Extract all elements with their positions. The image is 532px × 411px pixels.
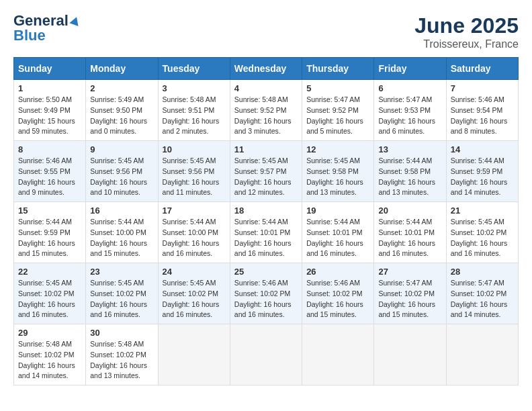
column-header-friday: Friday	[374, 58, 446, 80]
day-cell-11: 11Sunrise: 5:45 AMSunset: 9:57 PMDayligh…	[230, 141, 302, 202]
day-cell-13: 13Sunrise: 5:44 AMSunset: 9:58 PMDayligh…	[374, 141, 446, 202]
day-cell-4: 4Sunrise: 5:48 AMSunset: 9:52 PMDaylight…	[230, 80, 302, 141]
day-cell-6: 6Sunrise: 5:47 AMSunset: 9:53 PMDaylight…	[374, 80, 446, 141]
day-cell-18: 18Sunrise: 5:44 AMSunset: 10:01 PMDaylig…	[230, 202, 302, 263]
day-cell-16: 16Sunrise: 5:44 AMSunset: 10:00 PMDaylig…	[86, 202, 158, 263]
calendar-week-5: 29Sunrise: 5:48 AMSunset: 10:02 PMDaylig…	[14, 324, 519, 385]
day-number: 26	[306, 267, 369, 277]
day-cell-26: 26Sunrise: 5:46 AMSunset: 10:02 PMDaylig…	[302, 263, 374, 324]
day-cell-3: 3Sunrise: 5:48 AMSunset: 9:51 PMDaylight…	[158, 80, 230, 141]
day-number: 25	[234, 267, 298, 277]
day-cell-5: 5Sunrise: 5:47 AMSunset: 9:52 PMDaylight…	[302, 80, 374, 141]
day-info: Sunrise: 5:46 AMSunset: 9:55 PMDaylight:…	[18, 156, 81, 198]
column-header-tuesday: Tuesday	[158, 58, 230, 80]
day-info: Sunrise: 5:49 AMSunset: 9:50 PMDaylight:…	[90, 95, 153, 137]
day-cell-14: 14Sunrise: 5:44 AMSunset: 9:59 PMDayligh…	[446, 141, 518, 202]
day-info: Sunrise: 5:46 AMSunset: 10:02 PMDaylight…	[234, 278, 298, 320]
day-number: 5	[306, 83, 369, 93]
empty-cell	[230, 324, 302, 385]
day-number: 8	[18, 144, 81, 154]
title-block: June 2025 Troissereux, France	[414, 13, 519, 50]
empty-cell	[302, 324, 374, 385]
calendar-week-4: 22Sunrise: 5:45 AMSunset: 10:02 PMDaylig…	[14, 263, 519, 324]
day-info: Sunrise: 5:44 AMSunset: 9:59 PMDaylight:…	[451, 156, 514, 198]
day-number: 9	[90, 144, 153, 154]
day-number: 17	[163, 205, 226, 216]
day-cell-7: 7Sunrise: 5:46 AMSunset: 9:54 PMDaylight…	[446, 80, 518, 141]
month-title: June 2025	[414, 13, 519, 38]
day-info: Sunrise: 5:47 AMSunset: 10:02 PMDaylight…	[451, 278, 514, 320]
empty-cell	[446, 324, 518, 385]
logo: General Blue	[13, 13, 80, 43]
day-number: 14	[451, 144, 514, 154]
day-number: 23	[90, 267, 153, 277]
calendar-header-row: SundayMondayTuesdayWednesdayThursdayFrid…	[14, 58, 519, 80]
empty-cell	[374, 324, 446, 385]
day-cell-23: 23Sunrise: 5:45 AMSunset: 10:02 PMDaylig…	[86, 263, 158, 324]
logo-general-text: General	[13, 13, 69, 28]
logo-icon	[69, 15, 81, 26]
day-number: 11	[234, 144, 298, 154]
day-number: 15	[18, 205, 81, 216]
day-number: 19	[306, 205, 369, 216]
day-info: Sunrise: 5:44 AMSunset: 10:00 PMDaylight…	[163, 217, 226, 259]
day-number: 27	[378, 267, 441, 277]
day-info: Sunrise: 5:45 AMSunset: 9:57 PMDaylight:…	[234, 156, 298, 198]
day-info: Sunrise: 5:48 AMSunset: 9:52 PMDaylight:…	[234, 95, 298, 137]
calendar-week-2: 8Sunrise: 5:46 AMSunset: 9:55 PMDaylight…	[14, 141, 519, 202]
day-number: 30	[90, 328, 153, 338]
day-info: Sunrise: 5:48 AMSunset: 9:51 PMDaylight:…	[163, 95, 226, 137]
day-number: 7	[451, 83, 514, 93]
empty-cell	[158, 324, 230, 385]
day-info: Sunrise: 5:44 AMSunset: 10:01 PMDaylight…	[234, 217, 298, 259]
day-info: Sunrise: 5:45 AMSunset: 10:02 PMDaylight…	[163, 278, 226, 320]
day-info: Sunrise: 5:44 AMSunset: 9:59 PMDaylight:…	[18, 217, 81, 259]
day-number: 28	[451, 267, 514, 277]
day-info: Sunrise: 5:48 AMSunset: 10:02 PMDaylight…	[90, 339, 153, 381]
day-info: Sunrise: 5:45 AMSunset: 9:58 PMDaylight:…	[306, 156, 369, 198]
day-cell-22: 22Sunrise: 5:45 AMSunset: 10:02 PMDaylig…	[14, 263, 86, 324]
column-header-thursday: Thursday	[302, 58, 374, 80]
day-cell-19: 19Sunrise: 5:44 AMSunset: 10:01 PMDaylig…	[302, 202, 374, 263]
day-info: Sunrise: 5:45 AMSunset: 10:02 PMDaylight…	[451, 217, 514, 259]
day-number: 12	[306, 144, 369, 154]
day-number: 1	[18, 83, 81, 93]
day-number: 21	[451, 205, 514, 216]
day-cell-12: 12Sunrise: 5:45 AMSunset: 9:58 PMDayligh…	[302, 141, 374, 202]
day-cell-27: 27Sunrise: 5:47 AMSunset: 10:02 PMDaylig…	[374, 263, 446, 324]
column-header-saturday: Saturday	[446, 58, 518, 80]
day-number: 29	[18, 328, 81, 338]
day-cell-28: 28Sunrise: 5:47 AMSunset: 10:02 PMDaylig…	[446, 263, 518, 324]
day-cell-9: 9Sunrise: 5:45 AMSunset: 9:56 PMDaylight…	[86, 141, 158, 202]
day-info: Sunrise: 5:46 AMSunset: 10:02 PMDaylight…	[306, 278, 369, 320]
column-header-monday: Monday	[86, 58, 158, 80]
calendar-week-1: 1Sunrise: 5:50 AMSunset: 9:49 PMDaylight…	[14, 80, 519, 141]
day-number: 10	[163, 144, 226, 154]
day-cell-10: 10Sunrise: 5:45 AMSunset: 9:56 PMDayligh…	[158, 141, 230, 202]
day-info: Sunrise: 5:47 AMSunset: 9:52 PMDaylight:…	[306, 95, 369, 137]
day-info: Sunrise: 5:50 AMSunset: 9:49 PMDaylight:…	[18, 95, 81, 137]
day-cell-15: 15Sunrise: 5:44 AMSunset: 9:59 PMDayligh…	[14, 202, 86, 263]
day-cell-29: 29Sunrise: 5:48 AMSunset: 10:02 PMDaylig…	[14, 324, 86, 385]
calendar-week-3: 15Sunrise: 5:44 AMSunset: 9:59 PMDayligh…	[14, 202, 519, 263]
day-cell-30: 30Sunrise: 5:48 AMSunset: 10:02 PMDaylig…	[86, 324, 158, 385]
day-cell-2: 2Sunrise: 5:49 AMSunset: 9:50 PMDaylight…	[86, 80, 158, 141]
day-number: 3	[163, 83, 226, 93]
day-number: 13	[378, 144, 441, 154]
day-number: 24	[163, 267, 226, 277]
day-number: 22	[18, 267, 81, 277]
calendar-table: SundayMondayTuesdayWednesdayThursdayFrid…	[13, 57, 519, 385]
day-number: 16	[90, 205, 153, 216]
day-cell-24: 24Sunrise: 5:45 AMSunset: 10:02 PMDaylig…	[158, 263, 230, 324]
column-header-wednesday: Wednesday	[230, 58, 302, 80]
day-info: Sunrise: 5:45 AMSunset: 10:02 PMDaylight…	[18, 278, 81, 320]
day-number: 2	[90, 83, 153, 93]
day-number: 20	[378, 205, 441, 216]
day-info: Sunrise: 5:47 AMSunset: 9:53 PMDaylight:…	[378, 95, 441, 137]
day-cell-8: 8Sunrise: 5:46 AMSunset: 9:55 PMDaylight…	[14, 141, 86, 202]
day-info: Sunrise: 5:45 AMSunset: 10:02 PMDaylight…	[90, 278, 153, 320]
day-info: Sunrise: 5:44 AMSunset: 10:00 PMDaylight…	[90, 217, 153, 259]
day-info: Sunrise: 5:44 AMSunset: 9:58 PMDaylight:…	[378, 156, 441, 198]
day-cell-25: 25Sunrise: 5:46 AMSunset: 10:02 PMDaylig…	[230, 263, 302, 324]
day-cell-1: 1Sunrise: 5:50 AMSunset: 9:49 PMDaylight…	[14, 80, 86, 141]
